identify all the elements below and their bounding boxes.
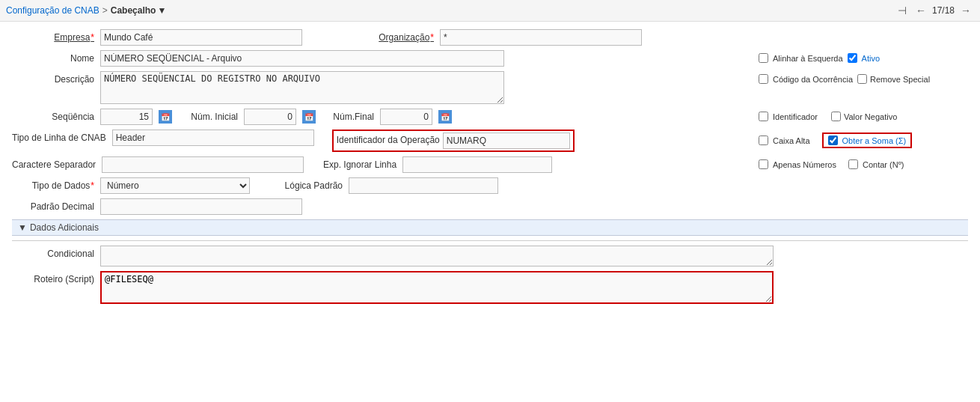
sequencia-calc-icon[interactable]: 📅 <box>159 110 172 124</box>
empresa-row: Empresa Organização <box>12 29 968 50</box>
nome-row: Nome Alinhar à Esquerda Ativo <box>12 50 968 71</box>
remove-special-checkbox[interactable] <box>857 74 867 84</box>
identificador-checkbox[interactable] <box>759 112 768 121</box>
contar-label: Contar (Nº) <box>863 160 904 169</box>
breadcrumb-link[interactable]: Configuração de CNAB <box>6 5 99 16</box>
num-inicial-label: Núm. Inicial <box>178 109 238 122</box>
valor-negativo-label: Valor Negativo <box>844 112 897 121</box>
obter-soma-label: Obter a Soma (Σ) <box>842 136 907 145</box>
condicional-label: Condicional <box>12 246 94 259</box>
obter-soma-checkbox[interactable] <box>828 135 838 145</box>
apenas-numeros-label: Apenas Números <box>773 160 836 169</box>
top-bar: Configuração de CNAB > Cabeçalho ▼ ⊣ ← 1… <box>0 0 980 22</box>
obter-soma-highlight: Obter a Soma (Σ) <box>822 133 913 148</box>
section-collapse-icon: ▼ <box>18 222 27 233</box>
num-inicial-input[interactable] <box>244 109 296 125</box>
caractere-row: Caractere Separador Exp. Ignorar Linha A… <box>12 156 968 177</box>
padrao-decimal-row: Padrão Decimal <box>12 198 968 215</box>
tipo-dados-label: Tipo de Dados <box>12 177 94 191</box>
tipo-dados-row: Tipo de Dados Número Texto Data Hora Lóg… <box>12 177 968 194</box>
ativo-label: Ativo <box>862 54 880 63</box>
sequencia-row: Seqüência 📅 Núm. Inicial 📅 Núm.Final 📅 I… <box>12 109 968 130</box>
num-final-label: Núm.Final <box>322 109 374 122</box>
valor-negativo-checkbox[interactable] <box>831 112 841 121</box>
caixa-alta-label: Caixa Alta <box>773 136 810 145</box>
section-title: Dados Adicionais <box>30 222 99 233</box>
caractere-sep-input[interactable] <box>102 156 304 173</box>
codigo-ocorrencia-checkbox[interactable] <box>759 74 768 84</box>
exp-ignorar-label: Exp. Ignorar Linha <box>322 156 396 170</box>
num-final-calc-icon[interactable]: 📅 <box>438 110 452 124</box>
alinhar-esquerda-checkbox[interactable] <box>759 53 768 63</box>
codigo-ocorrencia-label: Código da Ocorrência <box>773 75 853 84</box>
main-form: Empresa Organização Nome Alinhar à Esque… <box>0 22 980 316</box>
condicional-row: Condicional <box>12 246 968 267</box>
descricao-input[interactable]: NÚMERO SEQÜENCIAL DO REGISTRO NO ARQUIVO <box>100 71 504 104</box>
nome-input[interactable] <box>100 50 504 67</box>
descricao-row: Descrição NÚMERO SEQÜENCIAL DO REGISTRO … <box>12 71 968 109</box>
nav-first-button[interactable]: ⊣ <box>895 3 910 18</box>
breadcrumb-current: Cabeçalho ▼ <box>111 5 167 16</box>
organizacao-label: Organização <box>374 29 434 43</box>
padrao-decimal-label: Padrão Decimal <box>12 198 94 212</box>
logica-padrao-label: Lógica Padrão <box>268 177 343 191</box>
roteiro-label: Roteiro (Script) <box>12 271 94 284</box>
caixa-alta-checkbox[interactable] <box>759 135 768 145</box>
tipo-dados-select[interactable]: Número Texto Data Hora <box>100 177 250 194</box>
tipo-linha-label: Tipo de Linha de CNAB <box>12 130 106 143</box>
apenas-numeros-checkbox[interactable] <box>759 159 768 169</box>
sequencia-label: Seqüência <box>12 109 94 122</box>
condicional-input[interactable] <box>100 246 774 267</box>
sequencia-input[interactable] <box>100 109 153 125</box>
tipo-linha-row: Tipo de Linha de CNAB Identificador da O… <box>12 130 968 156</box>
exp-ignorar-input[interactable] <box>402 156 552 173</box>
dados-adicionais-section[interactable]: ▼ Dados Adicionais <box>12 219 968 236</box>
organizacao-input[interactable] <box>440 29 642 46</box>
ativo-checkbox[interactable] <box>848 53 857 63</box>
remove-special-label: Remove Special <box>870 75 930 84</box>
nav-prev-button[interactable]: ← <box>913 3 929 18</box>
logica-padrao-input[interactable] <box>349 177 498 194</box>
nav-next-button[interactable]: → <box>958 3 974 18</box>
roteiro-row: Roteiro (Script) @FILESEQ@ <box>12 271 968 304</box>
tipo-linha-input[interactable] <box>112 130 314 146</box>
ident-operacao-input[interactable] <box>443 133 570 149</box>
padrao-decimal-input[interactable] <box>100 198 302 215</box>
dropdown-icon[interactable]: ▼ <box>157 5 166 16</box>
empresa-label: Empresa <box>12 29 94 43</box>
roteiro-input[interactable]: @FILESEQ@ <box>100 271 774 304</box>
identificador-label: Identificador <box>773 112 818 121</box>
breadcrumb: Configuração de CNAB > Cabeçalho ▼ <box>6 5 166 16</box>
num-inicial-calc-icon[interactable]: 📅 <box>302 110 316 124</box>
caractere-sep-label: Caractere Separador <box>12 156 96 170</box>
nav-controls: ⊣ ← 17/18 → <box>895 3 974 18</box>
alinhar-esquerda-label: Alinhar à Esquerda <box>773 54 843 63</box>
ident-operacao-highlight: Identificador da Operação <box>332 130 575 152</box>
empresa-input[interactable] <box>100 29 302 46</box>
ident-operacao-label: Identificador da Operação <box>337 135 440 147</box>
nav-counter: 17/18 <box>932 5 955 16</box>
contar-checkbox[interactable] <box>848 159 858 169</box>
breadcrumb-separator: > <box>102 5 108 16</box>
nome-label: Nome <box>12 50 94 64</box>
descricao-label: Descrição <box>12 71 94 85</box>
num-final-input[interactable] <box>380 109 432 125</box>
section-divider <box>12 240 968 241</box>
